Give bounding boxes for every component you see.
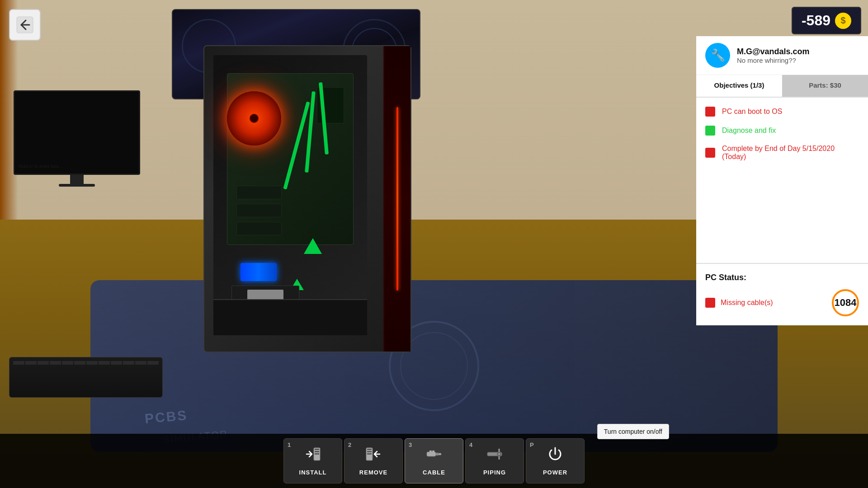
pc-status-title: PC Status: — [705, 273, 859, 282]
case-right-panel — [383, 46, 410, 352]
objective-dot-diagnose — [705, 126, 715, 136]
status-dot — [705, 298, 715, 308]
toolbar-piping-button[interactable]: 4 PIPING — [465, 438, 524, 483]
piping-icon — [486, 446, 503, 465]
pc-mat — [90, 280, 778, 452]
toolbar-remove-button[interactable]: 2 REMOVE — [344, 438, 403, 483]
svg-rect-4 — [315, 453, 319, 455]
svg-rect-7 — [367, 451, 372, 452]
pc-case — [203, 45, 411, 352]
objective-item-diagnose: Diagnose and fix — [705, 126, 859, 136]
status-counter: 1084 — [832, 289, 859, 316]
back-arrow-icon — [16, 16, 34, 34]
power-icon — [547, 446, 563, 465]
tab-objectives[interactable]: Objectives (1/3) — [696, 75, 782, 97]
svg-rect-10 — [436, 453, 439, 455]
back-button[interactable] — [9, 9, 41, 41]
psu-area — [213, 299, 367, 335]
toolbar-install-button[interactable]: 1 INSTALL — [283, 438, 342, 483]
client-email: M.G@vandals.com — [737, 47, 859, 56]
svg-rect-8 — [367, 453, 372, 455]
money-amount: -589 — [802, 12, 830, 29]
remove-icon — [365, 446, 382, 465]
toolbar-power-button[interactable]: P POWER — [526, 438, 585, 483]
status-left: Missing cable(s) — [705, 298, 773, 308]
pc-status-section: PC Status: Missing cable(s) 1084 — [696, 263, 868, 325]
power-key-label: P — [530, 441, 534, 448]
remove-label: REMOVE — [359, 469, 387, 476]
power-tooltip: Turn computer on/off — [597, 424, 669, 439]
money-display: -589 $ — [792, 7, 861, 34]
case-interior — [213, 55, 367, 335]
objective-label-complete: Complete by End of Day 5/15/2020 (Today) — [722, 145, 859, 161]
cable-key-label: 3 — [409, 441, 412, 448]
bottom-toolbar: 1 INSTALL 2 REMOVE 3 — [0, 434, 868, 488]
install-icon — [305, 446, 321, 465]
objective-item-complete: Complete by End of Day 5/15/2020 (Today) — [705, 145, 859, 161]
toolbar-cable-button[interactable]: 3 CABLE — [405, 438, 463, 483]
piping-label: PIPING — [483, 469, 506, 476]
objectives-list: PC can boot to OS Diagnose and fix Compl… — [696, 98, 868, 179]
svg-rect-6 — [367, 449, 372, 450]
green-indicator — [304, 238, 322, 254]
monitor-screen: Hold or to enter bios... — [14, 90, 140, 175]
cable-icon — [426, 446, 442, 465]
case-body — [203, 45, 411, 352]
panel-tabs: Objectives (1/3) Parts: $30 — [696, 75, 868, 98]
objective-item-boot: PC can boot to OS — [705, 107, 859, 117]
tab-parts[interactable]: Parts: $30 — [782, 75, 868, 97]
svg-rect-9 — [427, 452, 436, 456]
client-icon: 🔧 — [705, 43, 730, 68]
monitor-bios-hint: Hold or to enter bios... — [19, 164, 63, 169]
status-row: Missing cable(s) 1084 — [705, 289, 859, 316]
svg-rect-11 — [439, 453, 441, 455]
client-subject: No more whirring?? — [737, 56, 859, 64]
install-key-label: 1 — [288, 441, 291, 448]
cable-label: CABLE — [423, 469, 445, 476]
objective-label-boot: PC can boot to OS — [722, 108, 782, 116]
client-info: M.G@vandals.com No more whirring?? — [737, 47, 859, 64]
keyboard — [9, 357, 163, 398]
fan-red — [227, 91, 281, 145]
money-icon: $ — [835, 13, 851, 29]
install-label: INSTALL — [299, 469, 327, 476]
piping-key-label: 4 — [469, 441, 472, 448]
svg-rect-3 — [315, 451, 319, 452]
svg-rect-13 — [432, 450, 434, 452]
svg-rect-2 — [315, 449, 319, 450]
client-header: 🔧 M.G@vandals.com No more whirring?? — [696, 36, 868, 75]
right-panel: 🔧 M.G@vandals.com No more whirring?? Obj… — [696, 36, 868, 325]
monitor-stand — [70, 175, 84, 184]
power-label: POWER — [543, 469, 567, 476]
svg-rect-12 — [429, 450, 432, 452]
objective-label-diagnose: Diagnose and fix — [722, 127, 776, 135]
status-label: Missing cable(s) — [721, 299, 773, 307]
drive-blue — [241, 263, 277, 281]
remove-key-label: 2 — [348, 441, 351, 448]
objective-dot-boot — [705, 107, 715, 117]
objective-dot-complete — [705, 148, 715, 158]
monitor: Hold or to enter bios... — [14, 90, 140, 190]
